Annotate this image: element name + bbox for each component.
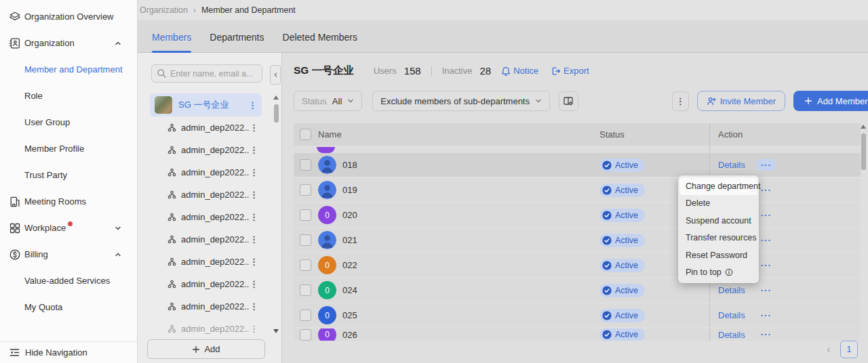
tree-item-department[interactable]: admin_dep2022... ⋮ xyxy=(150,184,262,206)
tree-item-department[interactable]: admin_dep2022... ⋮ xyxy=(150,139,262,161)
chevron-up-icon[interactable] xyxy=(112,249,124,261)
sidebar-item-billing[interactable]: Billing xyxy=(0,241,137,268)
row-checkbox[interactable] xyxy=(300,329,311,341)
sidebar-item-user-group[interactable]: User Group xyxy=(0,109,137,135)
menu-item-transfer-resources[interactable]: Transfer resources xyxy=(679,230,757,247)
tab-members[interactable]: Members xyxy=(152,20,191,52)
sidebar-item-workplace[interactable]: Workplace xyxy=(0,215,137,241)
table-row[interactable]: 018 Active Details ··· xyxy=(294,153,861,177)
sidebar-item-organization[interactable]: Organization xyxy=(0,30,137,56)
member-avatar: 0 xyxy=(318,328,336,341)
tree-item-department[interactable]: admin_dep2022... ⋮ xyxy=(150,116,262,139)
more-vertical-icon[interactable]: ⋮ xyxy=(250,213,258,221)
hide-navigation-button[interactable]: Hide Navigation xyxy=(0,341,137,363)
status-filter-select[interactable]: Status All xyxy=(294,91,362,111)
table-row[interactable]: 0 020 Active Details ··· xyxy=(294,203,861,227)
more-actions-button[interactable]: ⋮ xyxy=(672,91,689,111)
row-checkbox[interactable] xyxy=(300,259,311,271)
sidebar-item-role[interactable]: Role xyxy=(0,83,137,109)
row-more-button[interactable]: ··· xyxy=(757,234,776,247)
chevron-down-icon[interactable] xyxy=(112,222,124,234)
tab-departments[interactable]: Departments xyxy=(210,20,264,52)
table-scrollbar[interactable] xyxy=(861,125,867,363)
more-vertical-icon[interactable]: ⋮ xyxy=(250,146,258,154)
details-link[interactable]: Details xyxy=(718,160,745,170)
more-vertical-icon[interactable]: ⋮ xyxy=(250,280,258,289)
column-settings-button[interactable] xyxy=(559,91,578,111)
more-vertical-icon[interactable]: ⋮ xyxy=(250,190,258,199)
more-vertical-icon[interactable]: ⋮ xyxy=(250,235,258,244)
scroll-down-icon[interactable] xyxy=(273,329,279,333)
page-number-button[interactable]: 1 xyxy=(840,341,858,358)
tree-item-department[interactable]: admin_dep2022... ⋮ xyxy=(150,273,262,295)
menu-item-change-department[interactable]: Change department xyxy=(679,177,757,195)
row-checkbox[interactable] xyxy=(300,309,311,321)
notice-link[interactable]: Notice xyxy=(501,66,538,76)
search-input[interactable] xyxy=(151,64,262,83)
scroll-up-icon[interactable] xyxy=(861,125,866,129)
more-vertical-icon[interactable]: ⋮ xyxy=(248,101,257,110)
menu-item-delete[interactable]: Delete xyxy=(679,195,757,213)
panel-collapse-handle[interactable] xyxy=(270,65,281,85)
menu-item-reset-password[interactable]: Reset Password xyxy=(679,247,757,264)
table-row[interactable]: 0 026 Active Details ··· xyxy=(294,328,861,341)
scroll-up-icon[interactable] xyxy=(273,95,279,100)
tree-item-department[interactable]: admin_dep2022... ⋮ xyxy=(150,228,262,251)
invite-member-button[interactable]: Invite Member xyxy=(697,91,785,111)
sidebar-item-trust-party[interactable]: Trust Party xyxy=(0,162,137,188)
select-all-checkbox[interactable] xyxy=(300,129,311,140)
sidebar-item-member-profile[interactable]: Member Profile xyxy=(0,135,137,162)
add-department-button[interactable]: Add xyxy=(147,339,265,359)
table-row[interactable]: 019 Active Details ··· xyxy=(294,178,861,202)
tree-item-department[interactable]: admin_dep2022... ⋮ xyxy=(150,206,262,228)
row-checkbox[interactable] xyxy=(300,184,311,196)
export-link[interactable]: Export xyxy=(551,66,589,76)
table-row[interactable]: 0 025 Active Details ··· xyxy=(294,303,861,327)
details-link[interactable]: Details xyxy=(718,310,745,320)
more-vertical-icon[interactable]: ⋮ xyxy=(250,123,258,132)
tree-item-department[interactable]: admin_dep2022... ⋮ xyxy=(150,295,262,318)
menu-item-suspend-account[interactable]: Suspend account xyxy=(679,212,757,230)
details-link[interactable]: Details xyxy=(718,285,745,295)
table-row[interactable]: 0 024 Active Details ··· xyxy=(294,278,861,302)
row-more-button[interactable]: ··· xyxy=(757,284,776,297)
more-vertical-icon[interactable]: ⋮ xyxy=(250,324,258,333)
row-more-button[interactable]: ··· xyxy=(757,309,776,322)
row-checkbox[interactable] xyxy=(300,234,311,246)
more-vertical-icon[interactable]: ⋮ xyxy=(250,302,258,311)
row-more-button[interactable]: ··· xyxy=(757,328,776,341)
chevron-up-icon[interactable] xyxy=(112,37,124,49)
sidebar-item-meeting-rooms[interactable]: Meeting Rooms xyxy=(0,188,137,215)
table-row[interactable]: 0 022 Active Details ··· xyxy=(294,253,861,277)
details-link[interactable]: Details xyxy=(718,330,745,340)
table-row[interactable]: 021 Active Details ··· xyxy=(294,228,861,252)
scrollbar-thumb[interactable] xyxy=(274,104,279,123)
sidebar-item-member-and-department[interactable]: Member and Department xyxy=(0,56,137,83)
scope-filter-select[interactable]: Exclude members of sub-departments xyxy=(372,91,550,111)
tab-deleted-members[interactable]: Deleted Members xyxy=(283,20,358,52)
tree-root-org[interactable]: SG 一号企业 ⋮ xyxy=(150,93,262,116)
notification-dot xyxy=(68,221,73,226)
add-members-button[interactable]: Add Members xyxy=(793,91,868,111)
tree-item-department[interactable]: admin_dep2022... ⋮ xyxy=(150,251,262,273)
tree-scrollbar[interactable] xyxy=(273,95,279,333)
breadcrumb-parent[interactable]: Organization xyxy=(140,5,188,15)
previous-page-button[interactable]: ‹ xyxy=(824,344,833,355)
row-checkbox[interactable] xyxy=(300,209,311,221)
row-more-button[interactable]: ··· xyxy=(757,259,776,272)
more-vertical-icon[interactable]: ⋮ xyxy=(250,257,258,266)
sidebar-item-my-quota[interactable]: My Quota xyxy=(0,294,137,320)
scrollbar-thumb[interactable] xyxy=(861,133,866,170)
next-page-button[interactable]: › xyxy=(865,344,868,355)
row-more-button[interactable]: ··· xyxy=(757,159,776,171)
menu-item-pin-to-top[interactable]: Pin to top xyxy=(679,264,757,282)
sidebar-item-organization-overview[interactable]: Organization Overview xyxy=(0,3,137,30)
tree-item-department[interactable]: admin_dep2022... ⋮ xyxy=(150,161,262,184)
tree-item-label: admin_dep2022... xyxy=(181,123,250,133)
row-checkbox[interactable] xyxy=(300,159,311,171)
more-vertical-icon[interactable]: ⋮ xyxy=(250,168,258,177)
tree-item-department[interactable]: admin_dep2022... ⋮ xyxy=(150,318,262,340)
row-checkbox[interactable] xyxy=(300,284,311,296)
row-more-button[interactable]: ··· xyxy=(757,209,776,221)
sidebar-item-value-added-services[interactable]: Value-added Services xyxy=(0,268,137,294)
